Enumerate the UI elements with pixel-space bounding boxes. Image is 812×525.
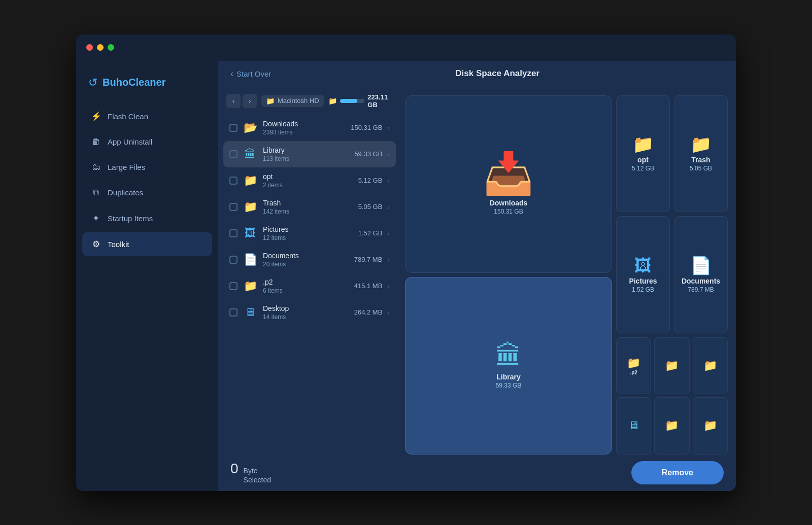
folder-icon-library: 🏛 [243,148,258,161]
viz-folder-icon-library: 🏛 [495,342,522,369]
viz-label-opt: opt [637,156,649,164]
viz-right-mid: 🖼 Pictures 1.52 GB 📄 Documents 789.7 MB [616,216,728,333]
viz-folder-icon-trash: 📁 [690,135,712,153]
byte-count: 0 [230,461,239,477]
viz-item-trash[interactable]: 📁 Trash 5.05 GB [674,95,728,213]
sidebar-item-startup-items[interactable]: ✦ Startup Items [82,206,212,230]
file-item-library[interactable]: 🏛 Library 113 items 59.33 GB › [223,141,396,167]
chevron-desktop: › [387,308,390,317]
maximize-button[interactable] [108,44,114,51]
checkbox-desktop[interactable] [229,308,238,317]
file-count-library: 113 items [263,155,349,162]
viz-tiny-1[interactable]: 📁 [654,337,689,394]
back-arrow-icon: ‹ [230,68,233,79]
viz-tiny-4[interactable]: 📁 [654,397,689,454]
viz-item-p2-small[interactable]: 📁 .p2 [616,337,651,394]
file-list: 📂 Downloads 2393 items 150.31 GB › 🏛 [218,115,401,454]
viz-tiny-icon-4: 📁 [665,419,679,432]
checkbox-p2[interactable] [229,282,238,290]
viz-tiny-2[interactable]: 📁 [693,337,728,394]
file-item-p2[interactable]: 📁 .p2 6 items 415.1 MB › [223,273,396,299]
file-count-opt: 2 items [263,182,353,189]
file-item-downloads[interactable]: 📂 Downloads 2393 items 150.31 GB › [223,115,396,141]
viz-item-library-medium[interactable]: 🏛 Library 59.33 GB [405,277,612,454]
sidebar-item-toolkit[interactable]: ⚙ Toolkit [82,232,212,256]
chevron-p2: › [387,282,390,290]
folder-icon-downloads: 📂 [243,121,258,134]
sidebar-item-duplicates[interactable]: ⧉ Duplicates [82,181,212,204]
viz-folder-icon-documents: 📄 [690,257,712,274]
viz-item-downloads-large[interactable]: 📥 Downloads 150.31 GB [405,95,612,273]
checkbox-library[interactable] [229,150,238,158]
file-name-opt: opt [263,172,353,181]
sidebar-item-large-files[interactable]: 🗂 Large Files [82,156,212,179]
nav-label-startup-items: Startup Items [108,214,153,223]
sidebar-nav: ⚡ Flash Clean 🗑 App Uninstall 🗂 Large Fi… [76,104,218,256]
checkbox-opt[interactable] [229,177,238,185]
viz-grid: 📥 Downloads 150.31 GB 🏛 Library 59.33 GB [405,95,728,454]
viz-folder-icon-opt: 📁 [632,135,654,153]
sidebar-item-app-uninstall[interactable]: 🗑 App Uninstall [82,130,212,154]
viz-tiny-icon-2: 📁 [703,359,717,372]
nav-label-app-uninstall: App Uninstall [108,137,152,146]
folder-icon: 🗂 [90,162,101,172]
viz-tiny-5[interactable]: 📁 [693,397,728,454]
viz-size-opt: 5.12 GB [632,165,654,172]
back-label: Start Over [236,69,271,78]
chevron-documents: › [387,256,390,264]
minimize-button[interactable] [97,44,104,51]
viz-tiny-icon-5: 📁 [703,419,717,432]
content-area: ‹ › 📁 Macintosh HD 📁 223.11 G [218,87,736,454]
breadcrumb-path: 📁 Macintosh HD [261,95,324,107]
file-size-library: 59.33 GB [354,150,382,158]
title-bar [76,34,736,61]
startup-icon: ✦ [90,213,101,224]
file-item-desktop[interactable]: 🖥 Desktop 14 items 264.2 MB › [223,299,396,326]
checkbox-trash[interactable] [229,203,238,211]
file-item-trash[interactable]: 📁 Trash 142 items 5.05 GB › [223,194,396,220]
file-info-library: Library 113 items [263,146,349,162]
sidebar-item-flash-clean[interactable]: ⚡ Flash Clean [82,104,212,128]
file-size-opt: 5.12 GB [358,177,383,184]
folder-icon-pictures: 🖼 [243,227,258,240]
viz-tiny-3[interactable]: 🖥 [616,397,651,454]
checkbox-downloads[interactable] [229,124,238,132]
nav-forward-button[interactable]: › [243,94,257,108]
back-button[interactable]: ‹ Start Over [230,68,271,79]
viz-item-documents[interactable]: 📄 Documents 789.7 MB [674,216,728,333]
file-info-desktop: Desktop 14 items [263,304,349,321]
folder-icon-trash: 📁 [243,200,258,214]
file-item-documents[interactable]: 📄 Documents 20 items 789.7 MB › [223,247,396,273]
viz-panel: 📥 Downloads 150.31 GB 🏛 Library 59.33 GB [401,87,736,454]
remove-button[interactable]: Remove [631,461,724,484]
file-info-documents: Documents 20 items [263,252,349,268]
logo-text: BuhoCleaner [103,77,165,88]
viz-label-p2-small: .p2 [630,370,637,375]
breadcrumb-text: Macintosh HD [278,97,319,104]
file-name-trash: Trash [263,199,353,207]
viz-tiny-icon-3: 🖥 [628,419,639,432]
file-name-documents: Documents [263,252,349,260]
checkbox-pictures[interactable] [229,229,238,237]
nav-back-button[interactable]: ‹ [226,94,241,108]
file-info-p2: .p2 6 items [263,278,349,294]
file-count-downloads: 2393 items [263,129,346,136]
viz-item-pictures[interactable]: 🖼 Pictures 1.52 GB [616,216,670,333]
file-item-opt[interactable]: 📁 opt 2 items 5.12 GB › [223,167,396,194]
viz-folder-icon-downloads: 📥 [483,153,534,194]
sidebar-logo: ↺ BuhoCleaner [76,71,218,104]
file-count-p2: 6 items [263,287,349,294]
checkbox-documents[interactable] [229,256,238,264]
viz-label-trash: Trash [691,156,710,164]
nav-label-large-files: Large Files [108,163,145,171]
file-item-pictures[interactable]: 🖼 Pictures 12 items 1.52 GB › [223,220,396,247]
viz-tiny-icon-1: 📁 [665,359,679,372]
file-size-downloads: 150.31 GB [351,124,382,131]
file-info-opt: opt 2 items [263,172,353,189]
close-button[interactable] [86,44,93,51]
viz-item-opt[interactable]: 📁 opt 5.12 GB [616,95,670,213]
file-size-p2: 415.1 MB [354,282,383,290]
chevron-opt: › [387,177,390,185]
file-count-pictures: 12 items [263,234,353,241]
folder-icon-p2: 📁 [243,279,258,293]
